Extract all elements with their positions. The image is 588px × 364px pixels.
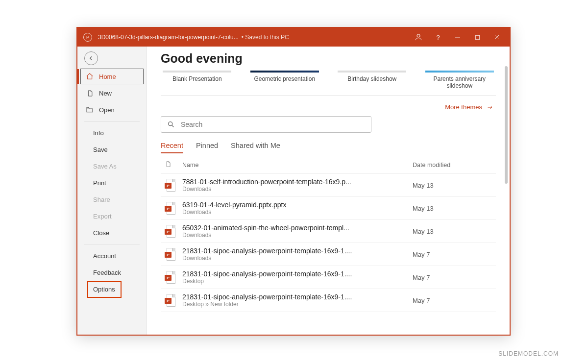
- template-thumb: [338, 71, 406, 73]
- recent-tabs: Recent Pinned Shared with Me: [161, 142, 496, 153]
- file-name: 7881-01-self-introduction-powerpoint-tem…: [182, 178, 388, 186]
- file-name: 65032-01-animated-spin-the-wheel-powerpo…: [182, 224, 388, 232]
- sidebar-item-label: Open: [99, 106, 115, 114]
- tab-pinned[interactable]: Pinned: [196, 142, 218, 153]
- file-row[interactable]: P21831-01-sipoc-analysis-powerpoint-temp…: [161, 243, 496, 266]
- powerpoint-file-icon: P: [165, 294, 182, 307]
- new-icon: [85, 90, 94, 97]
- template-geometric[interactable]: Geometric presentation: [248, 69, 321, 89]
- backstage-sidebar: Home New Open Info Save Save As Print Sh…: [77, 47, 147, 335]
- back-button[interactable]: [84, 51, 98, 65]
- template-label: Birthday slideshow: [336, 75, 409, 82]
- more-themes-label: More themes: [445, 103, 482, 111]
- sidebar-item-label: Account: [93, 252, 116, 260]
- file-location: Desktop: [182, 278, 413, 285]
- minimize-button[interactable]: [448, 28, 467, 47]
- file-row[interactable]: P65032-01-animated-spin-the-wheel-powerp…: [161, 220, 496, 243]
- template-label: Parents anniversary slideshow: [423, 75, 496, 89]
- sidebar-item-close[interactable]: Close: [77, 224, 147, 241]
- sidebar-item-label: Home: [99, 73, 116, 80]
- home-icon: [85, 73, 94, 80]
- file-location: Downloads: [182, 186, 413, 193]
- template-birthday[interactable]: Birthday slideshow: [336, 69, 409, 89]
- main-panel: Good evening Blank Presentation Geometri…: [147, 47, 510, 335]
- sidebar-item-label: New: [99, 90, 112, 97]
- powerpoint-file-icon: P: [165, 271, 182, 284]
- sidebar-item-print[interactable]: Print: [77, 174, 147, 191]
- file-date: May 7: [413, 297, 496, 304]
- template-blank[interactable]: Blank Presentation: [161, 69, 234, 89]
- file-location: Downloads: [182, 255, 413, 262]
- list-header: Name Date modified: [161, 157, 496, 174]
- scrollbar-thumb[interactable]: [505, 66, 508, 184]
- maximize-button[interactable]: [467, 28, 487, 47]
- file-name: 21831-01-sipoc-analysis-powerpoint-templ…: [182, 293, 388, 301]
- file-location: Desktop » New folder: [182, 301, 413, 308]
- file-row[interactable]: P7881-01-self-introduction-powerpoint-te…: [161, 174, 496, 197]
- template-strip: Blank Presentation Geometric presentatio…: [161, 69, 496, 96]
- close-button[interactable]: [487, 28, 507, 47]
- file-row[interactable]: P6319-01-4-level-pyramid.pptx.pptxDownlo…: [161, 197, 496, 220]
- sidebar-item-new[interactable]: New: [77, 85, 147, 101]
- help-button[interactable]: ?: [428, 28, 448, 47]
- sidebar-item-save-as[interactable]: Save As: [77, 158, 147, 174]
- sidebar-item-label: Options: [93, 286, 115, 293]
- template-label: Geometric presentation: [248, 75, 321, 82]
- tab-shared[interactable]: Shared with Me: [231, 142, 280, 153]
- app-window: P 3D0068-07-3d-pillars-diagram-for-power…: [76, 27, 511, 336]
- sidebar-item-share[interactable]: Share: [77, 191, 147, 208]
- sidebar-item-label: Export: [93, 213, 112, 220]
- file-date: May 7: [413, 274, 496, 281]
- svg-line-7: [172, 125, 173, 127]
- file-name: 6319-01-4-level-pyramid.pptx.pptx: [182, 201, 388, 209]
- sidebar-item-label: Close: [93, 229, 109, 237]
- greeting-heading: Good evening: [161, 51, 496, 66]
- sidebar-item-label: Feedback: [93, 269, 121, 276]
- svg-point-0: [417, 34, 420, 37]
- sidebar-item-home[interactable]: Home: [77, 68, 147, 85]
- column-date[interactable]: Date modified: [413, 162, 496, 169]
- file-date: May 13: [413, 205, 496, 212]
- sidebar-item-open[interactable]: Open: [77, 101, 147, 118]
- file-name: 21831-01-sipoc-analysis-powerpoint-templ…: [182, 247, 388, 255]
- file-icon: [165, 160, 182, 170]
- svg-point-6: [169, 122, 172, 126]
- sidebar-item-label: Save: [93, 146, 108, 153]
- powerpoint-file-icon: P: [165, 225, 182, 238]
- file-date: May 13: [413, 182, 496, 189]
- file-list: P7881-01-self-introduction-powerpoint-te…: [161, 174, 496, 312]
- file-location: Downloads: [182, 232, 413, 239]
- titlebar: P 3D0068-07-3d-pillars-diagram-for-power…: [77, 28, 510, 47]
- sidebar-item-save[interactable]: Save: [77, 141, 147, 158]
- file-row[interactable]: P21831-01-sipoc-analysis-powerpoint-temp…: [161, 289, 496, 312]
- sidebar-item-export[interactable]: Export: [77, 208, 147, 224]
- sidebar-item-options[interactable]: Options: [77, 281, 147, 297]
- scrollbar[interactable]: [504, 66, 509, 329]
- sidebar-item-info[interactable]: Info: [77, 124, 147, 141]
- more-themes-link[interactable]: More themes: [445, 103, 494, 111]
- document-name: 3D0068-07-3d-pillars-diagram-for-powerpo…: [98, 34, 239, 41]
- template-label: Blank Presentation: [161, 75, 234, 82]
- account-icon[interactable]: [409, 33, 428, 42]
- tab-recent[interactable]: Recent: [161, 142, 183, 153]
- column-name[interactable]: Name: [182, 162, 413, 169]
- template-thumb: [250, 71, 319, 73]
- file-row[interactable]: P21831-01-sipoc-analysis-powerpoint-temp…: [161, 266, 496, 289]
- search-box[interactable]: [161, 116, 371, 133]
- sidebar-item-label: Save As: [93, 163, 117, 170]
- file-location: Downloads: [182, 209, 413, 216]
- template-anniversary[interactable]: Parents anniversary slideshow: [423, 69, 496, 89]
- sidebar-item-feedback[interactable]: Feedback: [77, 264, 147, 281]
- watermark: SLIDEMODEL.COM: [498, 350, 559, 357]
- file-date: May 7: [413, 251, 496, 258]
- arrow-right-icon: [486, 104, 494, 110]
- search-icon: [167, 121, 175, 128]
- template-thumb: [163, 71, 231, 73]
- search-input[interactable]: [181, 121, 365, 128]
- app-icon: P: [83, 33, 92, 42]
- sidebar-item-account[interactable]: Account: [77, 247, 147, 264]
- open-icon: [85, 106, 94, 114]
- sidebar-item-label: Info: [93, 129, 104, 137]
- file-name: 21831-01-sipoc-analysis-powerpoint-templ…: [182, 270, 388, 278]
- powerpoint-file-icon: P: [165, 202, 182, 215]
